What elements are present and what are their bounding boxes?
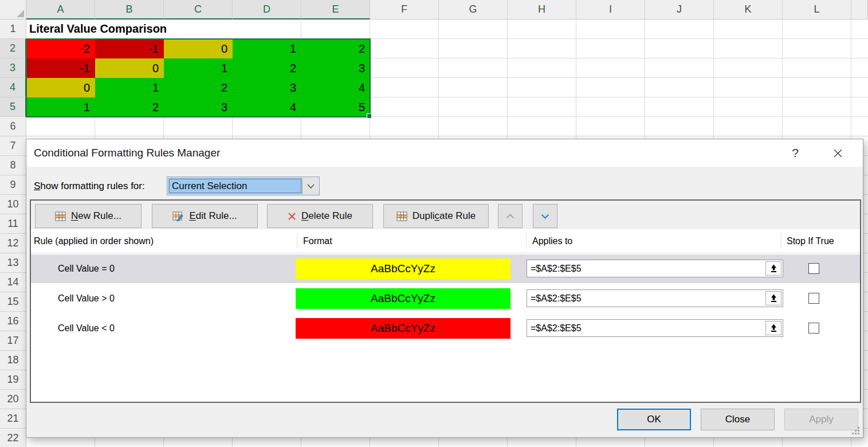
row-header-20[interactable]: 20: [0, 390, 26, 409]
row-header-19[interactable]: 19: [0, 370, 26, 390]
move-up-button[interactable]: [498, 204, 523, 228]
applies-to-value: =$A$2:$E$5: [531, 290, 582, 307]
column-header-f[interactable]: F: [370, 0, 439, 19]
duplicate-rule-button[interactable]: Duplicate Rule: [383, 204, 489, 228]
cell-e3[interactable]: 3: [301, 58, 370, 78]
applies-to-value: =$A$2:$E$5: [531, 320, 582, 336]
edit-rule-button[interactable]: Edit Rule...: [152, 204, 258, 228]
header-divider: [297, 233, 297, 249]
row-header-11[interactable]: 11: [0, 214, 26, 234]
header-applies-to: Applies to: [532, 229, 572, 253]
row-header-14[interactable]: 14: [0, 273, 26, 292]
row-header-22[interactable]: 22: [0, 429, 26, 447]
column-header-l[interactable]: L: [783, 0, 851, 19]
cell-c4[interactable]: 2: [164, 78, 233, 97]
cell-d2[interactable]: 1: [233, 39, 301, 58]
cell-a4[interactable]: 0: [26, 78, 95, 97]
column-header-k[interactable]: K: [714, 0, 783, 19]
chevron-down-icon[interactable]: [302, 178, 319, 194]
header-format: Format: [303, 229, 332, 253]
row-header-17[interactable]: 17: [0, 331, 26, 351]
excel-app: ABCDEFGHIJKL 123456789101112131415161718…: [0, 0, 868, 447]
cell-a2[interactable]: -2: [26, 39, 95, 58]
stop-if-true-checkbox[interactable]: [808, 323, 819, 334]
chevron-up-icon: [506, 214, 514, 219]
cell-e2[interactable]: 2: [301, 39, 370, 58]
dialog-title-bar[interactable]: Conditional Formatting Rules Manager ?: [26, 139, 863, 167]
row-header-4[interactable]: 4: [0, 78, 26, 97]
cell-b5[interactable]: 2: [95, 97, 164, 117]
rule-rows: Cell Value = 0AaBbCcYyZz=$A$2:$E$5Cell V…: [31, 254, 860, 343]
row-header-16[interactable]: 16: [0, 312, 26, 331]
column-header-d[interactable]: D: [233, 0, 301, 19]
row-header-6[interactable]: 6: [0, 117, 26, 136]
rule-row-1[interactable]: Cell Value = 0AaBbCcYyZz=$A$2:$E$5: [31, 254, 860, 283]
applies-to-input[interactable]: =$A$2:$E$5: [527, 260, 783, 277]
cell-b3[interactable]: 0: [95, 58, 164, 78]
new-rule-button[interactable]: New Rule...: [35, 204, 142, 228]
cell-a3[interactable]: -1: [26, 58, 95, 78]
help-icon[interactable]: ?: [788, 139, 802, 167]
header-divider: [781, 233, 781, 249]
row-header-5[interactable]: 5: [0, 97, 26, 117]
cell-b4[interactable]: 1: [95, 78, 164, 97]
header-divider: [526, 233, 527, 249]
row-header-10[interactable]: 10: [0, 195, 26, 214]
row-header-9[interactable]: 9: [0, 175, 26, 195]
delete-rule-button[interactable]: Delete Rule: [267, 204, 373, 228]
cell-a5[interactable]: 1: [26, 97, 95, 117]
cell-c5[interactable]: 3: [164, 97, 233, 117]
cf-rules-manager-dialog: Conditional Formatting Rules Manager ? S…: [26, 139, 863, 438]
resize-grip[interactable]: [852, 427, 860, 435]
close-icon[interactable]: [833, 148, 843, 158]
cell-a1-title[interactable]: Literal Value Comparison: [26, 19, 233, 38]
cell-b2[interactable]: -1: [95, 39, 164, 58]
row-header-7[interactable]: 7: [0, 136, 26, 156]
stop-if-true-checkbox[interactable]: [808, 293, 819, 304]
collapse-range-icon[interactable]: [765, 261, 781, 276]
cell-c3[interactable]: 1: [164, 58, 233, 78]
duplicate-rule-label: Duplicate Rule: [413, 210, 476, 222]
row-header-3[interactable]: 3: [0, 58, 26, 78]
move-down-button[interactable]: [533, 204, 557, 228]
rule-description: Cell Value > 0: [58, 284, 115, 313]
column-header-i[interactable]: I: [576, 0, 645, 19]
close-button[interactable]: Close: [701, 409, 775, 430]
rule-row-3[interactable]: Cell Value < 0AaBbCcYyZz=$A$2:$E$5: [31, 314, 860, 343]
column-header-g[interactable]: G: [439, 0, 508, 19]
stop-if-true-checkbox[interactable]: [808, 263, 819, 274]
row-header-13[interactable]: 13: [0, 253, 26, 273]
collapse-range-icon[interactable]: [765, 291, 781, 305]
applies-to-input[interactable]: =$A$2:$E$5: [527, 289, 783, 307]
column-header-j[interactable]: J: [645, 0, 714, 19]
column-header-a[interactable]: A: [26, 0, 95, 19]
collapse-range-icon[interactable]: [765, 321, 781, 335]
ok-button[interactable]: OK: [617, 409, 691, 430]
rule-row-2[interactable]: Cell Value > 0AaBbCcYyZz=$A$2:$E$5: [31, 284, 860, 313]
row-header-2[interactable]: 2: [0, 39, 26, 58]
fill-handle[interactable]: [367, 113, 372, 119]
column-header-b[interactable]: B: [95, 0, 164, 19]
show-rules-dropdown[interactable]: Current Selection: [167, 177, 320, 195]
column-header-e[interactable]: E: [301, 0, 370, 19]
format-preview: AaBbCcYyZz: [296, 288, 510, 309]
cell-d4[interactable]: 3: [233, 78, 301, 97]
table-grid-icon: [396, 211, 407, 221]
applies-to-input[interactable]: =$A$2:$E$5: [527, 319, 783, 337]
select-all-corner[interactable]: [0, 0, 26, 19]
cell-c2[interactable]: 0: [164, 39, 233, 58]
column-header-h[interactable]: H: [508, 0, 576, 19]
row-header-8[interactable]: 8: [0, 156, 26, 175]
row-header-1[interactable]: 1: [0, 19, 26, 39]
cell-d5[interactable]: 4: [233, 97, 301, 117]
cell-e5[interactable]: 5: [301, 97, 370, 117]
cell-e4[interactable]: 4: [301, 78, 370, 97]
row-header-12[interactable]: 12: [0, 234, 26, 253]
rules-group: New Rule...Edit Rule...Delete RuleDuplic…: [30, 199, 861, 403]
row-header-15[interactable]: 15: [0, 292, 26, 312]
column-header-c[interactable]: C: [164, 0, 233, 19]
column-headers: ABCDEFGHIJKL: [26, 0, 868, 19]
row-header-21[interactable]: 21: [0, 409, 26, 429]
row-header-18[interactable]: 18: [0, 351, 26, 370]
cell-d3[interactable]: 2: [233, 58, 301, 78]
